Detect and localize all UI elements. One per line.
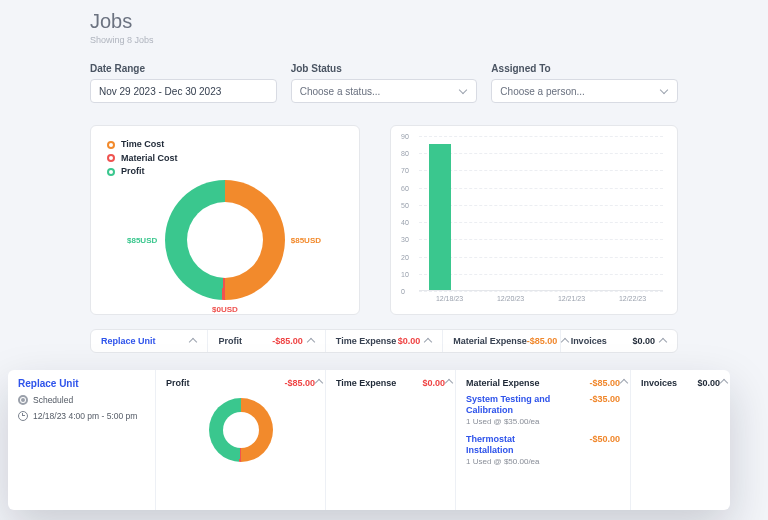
bar-chart-card: 0102030405060708090 12/18/2312/20/2312/2… xyxy=(390,125,678,315)
y-tick: 90 xyxy=(401,133,409,140)
chevron-down-icon xyxy=(458,86,468,96)
donut-value-profit: $85USD xyxy=(127,236,157,245)
collapse-icon[interactable] xyxy=(424,337,432,345)
detail-time-label: Time Expense xyxy=(336,378,396,388)
x-tick: 12/22/23 xyxy=(602,295,663,302)
detail-invoices-label: Invoices xyxy=(641,378,677,388)
bar-x-axis: 12/18/2312/20/2312/21/2312/22/23 xyxy=(419,291,663,302)
summary-profit-value: -$85.00 xyxy=(272,336,303,346)
bar-chart: 0102030405060708090 xyxy=(419,136,663,291)
y-tick: 20 xyxy=(401,253,409,260)
chevron-down-icon xyxy=(659,86,669,96)
donut-value-material: $0USD xyxy=(212,305,238,314)
collapse-icon[interactable] xyxy=(307,337,315,345)
job-status-placeholder: Choose a status... xyxy=(300,86,381,97)
detail-status: Scheduled xyxy=(33,395,73,405)
collapse-icon[interactable] xyxy=(561,337,569,345)
y-tick: 70 xyxy=(401,167,409,174)
detail-profit-label: Profit xyxy=(166,378,190,388)
page-title: Jobs xyxy=(90,10,678,33)
y-tick: 60 xyxy=(401,184,409,191)
detail-job-title[interactable]: Replace Unit xyxy=(18,378,79,389)
summary-invoices-value: $0.00 xyxy=(633,336,656,346)
assigned-to-placeholder: Choose a person... xyxy=(500,86,585,97)
y-tick: 50 xyxy=(401,201,409,208)
material-item: Thermostat Installation1 Used @ $50.00/e… xyxy=(466,434,620,466)
summary-material-value: -$85.00 xyxy=(527,336,558,346)
detail-material-value: -$85.00 xyxy=(589,378,620,388)
material-price: -$35.00 xyxy=(589,394,620,404)
material-item: System Testing and Calibration1 Used @ $… xyxy=(466,394,620,426)
filter-bar: Date Range Nov 29 2023 - Dec 30 2023 Job… xyxy=(90,63,678,103)
material-name[interactable]: System Testing and Calibration xyxy=(466,394,554,417)
legend-material-label: Material Cost xyxy=(121,152,178,166)
legend-dot-time-icon xyxy=(107,141,115,149)
summary-invoices-label: Invoices xyxy=(571,336,607,346)
y-tick: 80 xyxy=(401,150,409,157)
detail-time-value: $0.00 xyxy=(422,378,445,388)
y-tick: 30 xyxy=(401,236,409,243)
detail-profit-value: -$85.00 xyxy=(284,378,315,388)
job-status-label: Job Status xyxy=(291,63,478,74)
material-sub: 1 Used @ $35.00/ea xyxy=(466,417,554,427)
y-tick: 10 xyxy=(401,270,409,277)
y-tick: 0 xyxy=(401,288,405,295)
summary-job-title[interactable]: Replace Unit xyxy=(101,336,156,346)
status-icon xyxy=(18,395,28,405)
clock-icon xyxy=(18,411,28,421)
legend-time-label: Time Cost xyxy=(121,138,164,152)
x-tick: 12/21/23 xyxy=(541,295,602,302)
job-status-select[interactable]: Choose a status... xyxy=(291,79,478,103)
date-range-value: Nov 29 2023 - Dec 30 2023 xyxy=(99,86,221,97)
detail-schedule: 12/18/23 4:00 pm - 5:00 pm xyxy=(33,411,137,421)
collapse-icon[interactable] xyxy=(659,337,667,345)
legend-dot-material-icon xyxy=(107,154,115,162)
bar xyxy=(429,144,451,290)
summary-profit-label: Profit xyxy=(218,336,242,346)
assigned-to-select[interactable]: Choose a person... xyxy=(491,79,678,103)
material-price: -$50.00 xyxy=(589,434,620,444)
legend-profit-label: Profit xyxy=(121,165,145,179)
summary-material-label: Material Expense xyxy=(453,336,527,346)
x-tick: 12/20/23 xyxy=(480,295,541,302)
summary-time-value: $0.00 xyxy=(398,336,421,346)
date-range-label: Date Range xyxy=(90,63,277,74)
material-sub: 1 Used @ $50.00/ea xyxy=(466,457,554,467)
detail-material-label: Material Expense xyxy=(466,378,540,388)
job-summary-row[interactable]: Replace Unit Profit -$85.00 Time Expense… xyxy=(90,329,678,353)
donut-chart: $85USD $85USD $0USD xyxy=(165,180,285,300)
summary-time-label: Time Expense xyxy=(336,336,396,346)
material-list: System Testing and Calibration1 Used @ $… xyxy=(466,394,620,466)
job-detail-panel: Replace Unit Scheduled 12/18/23 4:00 pm … xyxy=(8,370,730,510)
legend-dot-profit-icon xyxy=(107,168,115,176)
page-subtitle: Showing 8 Jobs xyxy=(90,35,678,45)
cost-breakdown-card: Time Cost Material Cost Profit $85USD $8… xyxy=(90,125,360,315)
donut-value-time: $85USD xyxy=(291,236,321,245)
material-name[interactable]: Thermostat Installation xyxy=(466,434,554,457)
mini-donut-chart xyxy=(209,398,273,462)
detail-invoices-value: $0.00 xyxy=(697,378,720,388)
donut-legend: Time Cost Material Cost Profit xyxy=(107,138,343,179)
x-tick: 12/18/23 xyxy=(419,295,480,302)
assigned-to-label: Assigned To xyxy=(491,63,678,74)
date-range-input[interactable]: Nov 29 2023 - Dec 30 2023 xyxy=(90,79,277,103)
collapse-icon[interactable] xyxy=(189,337,197,345)
y-tick: 40 xyxy=(401,219,409,226)
